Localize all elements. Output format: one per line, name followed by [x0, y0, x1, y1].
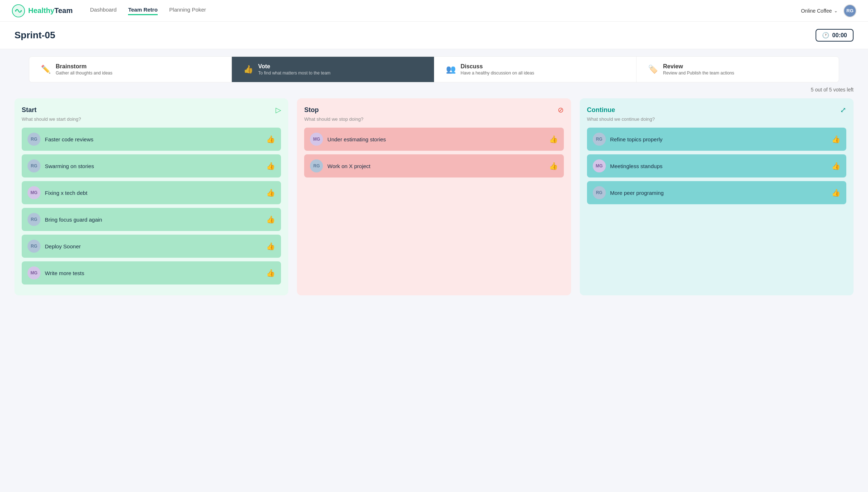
avatar: RG — [27, 159, 41, 172]
card-text: Refine topics properly — [610, 136, 827, 142]
phases-container: ✏️ Brainstorm Gather all thoughts and id… — [0, 49, 868, 82]
card-text: More peer programing — [610, 190, 827, 196]
phase-vote[interactable]: 👍 Vote To find what matters most to the … — [232, 57, 434, 82]
review-icon: 🏷️ — [648, 65, 658, 74]
phase-brainstorm[interactable]: ✏️ Brainstorm Gather all thoughts and id… — [29, 57, 231, 82]
list-item: RG Bring focus guard again 👍 — [22, 208, 281, 231]
like-button[interactable]: 👍 — [266, 215, 275, 224]
like-button[interactable]: 👍 — [266, 242, 275, 251]
avatar: MG — [593, 159, 606, 172]
card-text: Swarming on stories — [45, 163, 262, 169]
nav-right: Online Coffee ⌄ RG — [801, 4, 856, 17]
column-start-subtitle: What should we start doing? — [22, 116, 281, 122]
like-button[interactable]: 👍 — [266, 269, 275, 277]
column-stop: Stop ⊘ What should we stop doing? MG Und… — [297, 98, 571, 295]
page-header: Sprint-05 🕐 00:00 — [0, 22, 868, 49]
avatar: RG — [593, 133, 606, 146]
avatar: RG — [27, 133, 41, 146]
navbar: HealthyTeam Dashboard Team Retro Plannin… — [0, 0, 868, 22]
clock-icon: 🕐 — [822, 32, 829, 39]
like-button[interactable]: 👍 — [549, 135, 558, 144]
card-text: Work on X project — [327, 163, 544, 169]
card-text: Deploy Sooner — [45, 243, 262, 249]
column-continue-subtitle: What should we continue doing? — [587, 116, 846, 122]
avatar: MG — [310, 133, 323, 146]
svg-point-1 — [15, 10, 17, 12]
list-item: MG Fixing x tech debt 👍 — [22, 181, 281, 204]
column-continue-title: Continue — [587, 106, 615, 114]
avatar: RG — [593, 186, 606, 199]
nav-links: Dashboard Team Retro Planning Poker — [90, 7, 801, 15]
avatar: RG — [310, 159, 323, 172]
like-button[interactable]: 👍 — [831, 135, 841, 144]
nav-team-retro[interactable]: Team Retro — [128, 7, 157, 15]
column-stop-header: Stop ⊘ — [304, 106, 563, 114]
column-continue-header: Continue ⤢ — [587, 106, 846, 114]
column-start-header: Start ▷ — [22, 106, 281, 114]
vote-text: Vote To find what matters most to the te… — [258, 63, 331, 76]
card-text: Write more tests — [45, 270, 262, 276]
nav-planning-poker[interactable]: Planning Poker — [169, 7, 206, 15]
like-button[interactable]: 👍 — [266, 188, 275, 197]
user-avatar[interactable]: RG — [843, 4, 856, 17]
phase-discuss[interactable]: 👥 Discuss Have a healthy discussion on a… — [434, 57, 637, 82]
like-button[interactable]: 👍 — [549, 162, 558, 170]
column-continue: Continue ⤢ What should we continue doing… — [580, 98, 854, 295]
logo[interactable]: HealthyTeam — [12, 4, 73, 18]
sprint-title: Sprint-05 — [14, 30, 55, 41]
votes-left: 5 out of 5 votes left — [0, 82, 868, 93]
avatar: RG — [27, 240, 41, 253]
logo-text: HealthyTeam — [28, 7, 73, 15]
timer-value: 00:00 — [832, 32, 847, 39]
vote-icon: 👍 — [243, 65, 253, 74]
avatar: RG — [27, 213, 41, 226]
stop-action-icon[interactable]: ⊘ — [558, 106, 564, 114]
discuss-text: Discuss Have a healthy discussion on all… — [461, 63, 534, 76]
like-button[interactable]: 👍 — [831, 188, 841, 197]
discuss-icon: 👥 — [446, 65, 456, 74]
list-item: RG Refine topics properly 👍 — [587, 128, 846, 151]
phases: ✏️ Brainstorm Gather all thoughts and id… — [29, 56, 839, 82]
svg-point-2 — [21, 10, 22, 12]
list-item: MG Under estimating stories 👍 — [304, 128, 563, 151]
column-start-title: Start — [22, 106, 37, 114]
column-stop-title: Stop — [304, 106, 319, 114]
card-text: Meetingless standups — [610, 163, 827, 169]
list-item: MG Write more tests 👍 — [22, 261, 281, 284]
like-button[interactable]: 👍 — [831, 162, 841, 170]
card-text: Fixing x tech debt — [45, 190, 262, 196]
timer[interactable]: 🕐 00:00 — [816, 29, 854, 42]
list-item: RG Work on X project 👍 — [304, 154, 563, 177]
brainstorm-icon: ✏️ — [41, 65, 51, 74]
review-text: Review Review and Publish the team actio… — [663, 63, 734, 76]
list-item: RG Swarming on stories 👍 — [22, 154, 281, 177]
nav-dashboard[interactable]: Dashboard — [90, 7, 116, 15]
card-text: Faster code reviews — [45, 136, 262, 142]
phase-review[interactable]: 🏷️ Review Review and Publish the team ac… — [637, 57, 839, 82]
list-item: MG Meetingless standups 👍 — [587, 154, 846, 177]
brainstorm-text: Brainstorm Gather all thoughts and ideas — [56, 63, 112, 76]
card-text: Bring focus guard again — [45, 217, 262, 223]
column-stop-subtitle: What should we stop doing? — [304, 116, 563, 122]
chevron-down-icon: ⌄ — [834, 8, 838, 13]
continue-share-icon[interactable]: ⤢ — [840, 106, 846, 114]
list-item: RG More peer programing 👍 — [587, 181, 846, 204]
card-text: Under estimating stories — [327, 136, 544, 142]
start-play-icon[interactable]: ▷ — [276, 106, 281, 114]
like-button[interactable]: 👍 — [266, 135, 275, 144]
list-item: RG Faster code reviews 👍 — [22, 128, 281, 151]
columns: Start ▷ What should we start doing? RG F… — [0, 93, 868, 310]
online-coffee-button[interactable]: Online Coffee ⌄ — [801, 8, 838, 14]
avatar: MG — [27, 266, 41, 279]
list-item: RG Deploy Sooner 👍 — [22, 235, 281, 258]
avatar: MG — [27, 186, 41, 199]
like-button[interactable]: 👍 — [266, 162, 275, 170]
column-start: Start ▷ What should we start doing? RG F… — [14, 98, 288, 295]
